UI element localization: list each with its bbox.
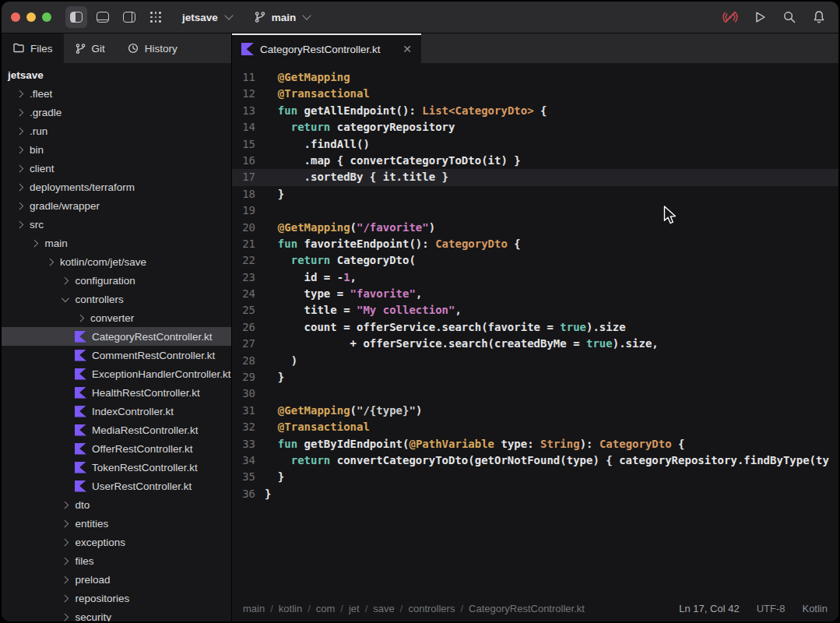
code-line-24[interactable]: 24 type = "favorite", (232, 286, 838, 302)
search-button[interactable] (781, 9, 798, 26)
chevron-right-icon[interactable] (60, 573, 72, 586)
code-line-28[interactable]: 28 ) (232, 353, 838, 369)
tree-item-files[interactable]: files (2, 551, 231, 570)
code-line-19[interactable]: 19 (232, 202, 838, 219)
minimize-window-button[interactable] (26, 12, 36, 22)
code-line-31[interactable]: 31 @GetMapping("/{type}") (232, 403, 838, 419)
chevron-right-icon[interactable] (14, 106, 26, 118)
tree-item-offerrestcontroller-kt[interactable]: OfferRestController.kt (2, 439, 231, 458)
code-line-15[interactable]: 15 .findAll() (232, 136, 838, 153)
tree-item-entities[interactable]: entities (2, 514, 231, 533)
chevron-right-icon[interactable] (14, 162, 26, 174)
tab-git[interactable]: Git (64, 33, 116, 63)
chevron-right-icon[interactable] (14, 218, 26, 231)
code-line-32[interactable]: 32 @Transactional (232, 419, 838, 435)
chevron-right-icon[interactable] (14, 143, 26, 156)
tree-item-categoryrestcontroller-kt[interactable]: CategoryRestController.kt (2, 327, 231, 346)
breadcrumb-item-kotlin[interactable]: kotlin (279, 603, 302, 614)
tree-item-run[interactable]: .run (2, 121, 231, 140)
code-line-33[interactable]: 33 fun getByIdEndpoint(@PathVariable typ… (232, 436, 838, 452)
code-line-13[interactable]: 13 fun getAllEndpoint(): List<CategoryDt… (232, 103, 838, 119)
code-line-22[interactable]: 22 return CategoryDto( (232, 252, 838, 269)
tree-item-commentrestcontroller-kt[interactable]: CommentRestController.kt (2, 346, 231, 364)
breadcrumb-item-controllers[interactable]: controllers (408, 603, 455, 614)
chevron-right-icon[interactable] (60, 592, 72, 604)
tree-item-exceptions[interactable]: exceptions (2, 533, 231, 551)
tree-item-bin[interactable]: bin (2, 140, 231, 159)
code-line-27[interactable]: 27 + offerService.search(createdByMe = t… (232, 336, 838, 352)
breadcrumb-item-com[interactable]: com (316, 603, 336, 614)
breadcrumb-item-save[interactable]: save (373, 603, 394, 614)
tree-item-dto[interactable]: dto (2, 495, 231, 514)
code-line-35[interactable]: 35 } (232, 469, 838, 485)
tab-history[interactable]: History (116, 33, 188, 63)
code-line-30[interactable]: 30 (232, 385, 838, 402)
chevron-right-icon[interactable] (60, 517, 72, 530)
code-line-17[interactable]: 17 .sortedBy { it.title } (232, 169, 838, 185)
code-line-18[interactable]: 18 } (232, 186, 838, 202)
tree-item-jetsave[interactable]: jetsave (2, 65, 231, 84)
code-line-34[interactable]: 34 return convertCategoryToDto(getOrNotF… (232, 452, 838, 469)
toggle-bottom-panel-button[interactable] (92, 6, 114, 28)
tree-item-indexcontroller-kt[interactable]: IndexController.kt (2, 402, 231, 421)
code-editor[interactable]: 11 @GetMapping12 @Transactional13 fun ge… (232, 63, 838, 595)
tree-item-deployments-terraform[interactable]: deployments/terraform (2, 178, 231, 196)
tree-item-kotlin-com-jet-save[interactable]: kotlin/com/jet/save (2, 252, 231, 271)
tree-item-converter[interactable]: converter (2, 308, 231, 327)
tree-item-preload[interactable]: preload (2, 570, 231, 589)
code-line-29[interactable]: 29 } (232, 369, 838, 385)
chevron-right-icon[interactable] (14, 199, 26, 212)
tree-item-mediarestcontroller-kt[interactable]: MediaRestController.kt (2, 421, 231, 439)
code-line-25[interactable]: 25 title = "My collection", (232, 302, 838, 319)
file-encoding[interactable]: UTF-8 (757, 603, 786, 614)
chevron-down-icon[interactable] (60, 293, 72, 305)
chevron-right-icon[interactable] (60, 611, 72, 621)
close-window-button[interactable] (11, 12, 20, 22)
breadcrumb-item-main[interactable]: main (243, 603, 265, 614)
project-switcher[interactable]: jetsave (182, 12, 232, 23)
branch-switcher[interactable]: main (254, 11, 311, 23)
caret-position[interactable]: Ln 17, Col 42 (679, 603, 739, 614)
chevron-right-icon[interactable] (30, 237, 42, 249)
code-line-26[interactable]: 26 count = offerService.search(favorite … (232, 319, 838, 336)
notifications-button[interactable] (810, 9, 828, 26)
tab-files[interactable]: Files (2, 33, 64, 63)
toggle-left-panel-button[interactable] (65, 6, 87, 28)
code-line-14[interactable]: 14 return categoryRepository (232, 119, 838, 136)
code-line-20[interactable]: 20 @GetMapping("/favorite") (232, 220, 838, 236)
code-line-23[interactable]: 23 id = -1, (232, 269, 838, 286)
tree-item-exceptionhandlercontroller-kt[interactable]: ExceptionHandlerController.kt (2, 364, 231, 383)
chevron-right-icon[interactable] (14, 181, 26, 193)
chevron-right-icon[interactable] (60, 554, 72, 567)
tree-item-src[interactable]: src (2, 215, 231, 234)
code-line-36[interactable]: 36} (232, 486, 838, 502)
tree-item-client[interactable]: client (2, 159, 231, 178)
tree-item-tokenrestcontroller-kt[interactable]: TokenRestController.kt (2, 458, 231, 477)
run-button[interactable] (751, 9, 768, 26)
chevron-right-icon[interactable] (60, 498, 72, 511)
tree-item-configuration[interactable]: configuration (2, 271, 231, 290)
tree-item-controllers[interactable]: controllers (2, 290, 231, 308)
toggle-right-panel-button[interactable] (118, 6, 140, 28)
tree-item-healthrestcontroller-kt[interactable]: HealthRestController.kt (2, 383, 231, 402)
close-tab-icon[interactable]: ✕ (402, 44, 412, 55)
code-line-16[interactable]: 16 .map { convertCategoryToDto(it) } (232, 153, 838, 169)
file-language[interactable]: Kotlin (802, 603, 828, 614)
tree-item-userrestcontroller-kt[interactable]: UserRestController.kt (2, 477, 231, 495)
smart-mode-off-button[interactable] (722, 9, 739, 26)
workspaces-button[interactable] (145, 6, 167, 28)
code-line-21[interactable]: 21 fun favoriteEndpoint(): CategoryDto { (232, 236, 838, 252)
chevron-right-icon[interactable] (60, 274, 72, 287)
tree-item-repositories[interactable]: repositories (2, 589, 231, 607)
chevron-right-icon[interactable] (14, 87, 26, 100)
code-line-11[interactable]: 11 @GetMapping (232, 69, 838, 86)
tree-item-gradle-wrapper[interactable]: gradle/wrapper (2, 196, 231, 215)
tree-item-gradle[interactable]: .gradle (2, 103, 231, 121)
tree-item-security[interactable]: security (2, 607, 231, 621)
zoom-window-button[interactable] (42, 12, 51, 22)
chevron-right-icon[interactable] (75, 312, 87, 324)
chevron-right-icon[interactable] (60, 536, 72, 548)
breadcrumb-item-jet[interactable]: jet (349, 603, 360, 614)
editor-tab-categoryrestcontroller[interactable]: CategoryRestController.kt ✕ (232, 33, 421, 63)
code-line-12[interactable]: 12 @Transactional (232, 86, 838, 102)
